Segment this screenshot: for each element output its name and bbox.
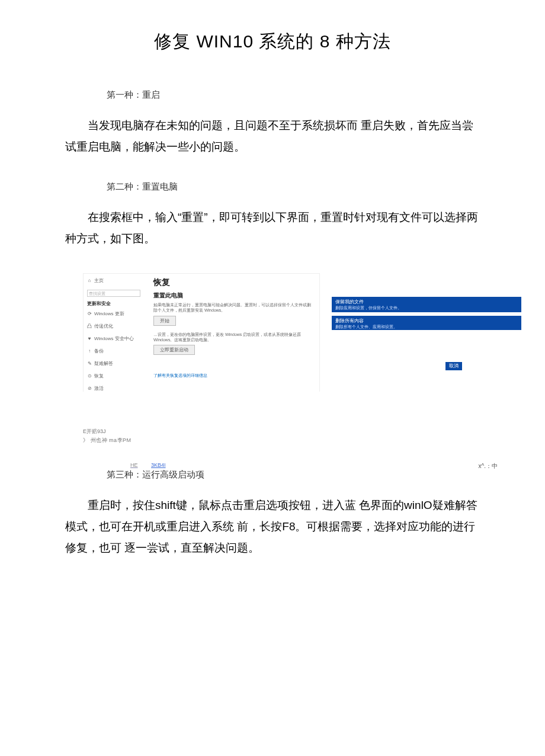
recovery-icon: ⊙	[87, 373, 92, 379]
ocr-scraps: E开赔93J 》 州也神 ma李PM	[83, 427, 504, 444]
hekb-a: HE	[130, 462, 138, 468]
option-remove-title: 删除所有内容	[335, 318, 518, 324]
cancel-button: 取消	[445, 362, 462, 370]
settings-sidebar: ⌂主页 查找设置 更新和安全 ⟳Windows 更新 凸传递优化 ♥Window…	[84, 274, 149, 392]
method3-body: 重启时，按住shift键，鼠标点击重启选项按钮，进入蓝 色界面的winlO疑难解…	[41, 495, 504, 559]
delivery-icon: 凸	[87, 323, 92, 329]
option-remove-sub: 删除所有个人文件、应用和设置。	[335, 324, 518, 330]
sidebar-item: ✎疑难解答	[87, 360, 145, 367]
option-keep-sub: 删除应用和设置，但保留个人文件。	[335, 305, 518, 311]
advanced-desc: …设置，更改你的电脑固件设置，更改 Windows 启动设置，或者从系统映像还原…	[153, 332, 315, 342]
sidebar-item: ⊘激活	[87, 385, 145, 392]
settings-screenshot: ⌂主页 查找设置 更新和安全 ⟳Windows 更新 凸传递优化 ♥Window…	[83, 273, 462, 415]
method3-heading: 第三种：运行高级启动项	[107, 469, 504, 480]
title-post: 种方法	[331, 31, 391, 51]
small-underlined-row: HE 3KB4I x^.：中	[130, 462, 504, 468]
sidebar-item: ⟳Windows 更新	[87, 310, 145, 317]
scrap-line2: 》 州也神 ma李PM	[83, 436, 504, 444]
start-button: 开始	[153, 316, 176, 326]
backup-icon: ↑	[87, 348, 92, 354]
method2-body: 在搜索框中，输入“重置”，即可转到以下界面，重置时针对现有文件可以选择两种方式，…	[41, 207, 504, 249]
learn-more-link: 了解有关恢复选项的详细信息	[153, 373, 315, 379]
sidebar-item: 凸传递优化	[87, 323, 145, 329]
hekb-b: 3KB4I	[151, 462, 166, 468]
title-mid: 系统的	[254, 31, 320, 51]
title-num: 8	[320, 31, 331, 51]
reset-pc-desc: 如果电脑未正常运行，重置电脑可能会解决问题。重置时，可以选择保留个人文件或删除个…	[153, 302, 315, 313]
sidebar-home: ⌂主页	[87, 277, 145, 284]
sidebar-item: ⊙恢复	[87, 373, 145, 379]
title-latin: WIN10	[196, 31, 254, 51]
hekb-right: x^.：中	[479, 462, 498, 470]
sidebar-item: ♥Windows 安全中心	[87, 335, 145, 342]
sidebar-item: ↑备份	[87, 348, 145, 354]
option-keep-title: 保留我的文件	[335, 299, 518, 305]
page-title: 修复 WIN10 系统的 8 种方法	[41, 30, 504, 54]
method1-body: 当发现电脑存在未知的问题，且问题不至于系统损坏而 重启失败，首先应当尝试重启电脑…	[41, 115, 504, 158]
activation-icon: ⊘	[87, 386, 92, 391]
home-icon: ⌂	[87, 278, 92, 283]
title-pre: 修复	[154, 31, 196, 51]
scrap-line1: E开赔93J	[83, 427, 504, 435]
update-icon: ⟳	[87, 311, 92, 316]
settings-main: 恢复 重置此电脑 如果电脑未正常运行，重置电脑可能会解决问题。重置时，可以选择保…	[149, 274, 319, 392]
settings-window: ⌂主页 查找设置 更新和安全 ⟳Windows 更新 凸传递优化 ♥Window…	[83, 273, 320, 392]
restart-now-button: 立即重新启动	[153, 345, 195, 355]
option-keep-files: 保留我的文件 删除应用和设置，但保留个人文件。	[332, 297, 521, 312]
sidebar-category: 更新和安全	[87, 300, 145, 307]
reset-pc-heading: 重置此电脑	[153, 291, 315, 300]
recovery-title: 恢复	[153, 277, 315, 288]
shield-icon: ♥	[87, 336, 92, 341]
method2-heading: 第二种：重置电脑	[107, 181, 504, 193]
method1-heading: 第一种：重启	[107, 89, 504, 101]
troubleshoot-icon: ✎	[87, 361, 92, 366]
sidebar-search: 查找设置	[87, 290, 140, 297]
option-remove-all: 删除所有内容 删除所有个人文件、应用和设置。	[332, 316, 521, 330]
